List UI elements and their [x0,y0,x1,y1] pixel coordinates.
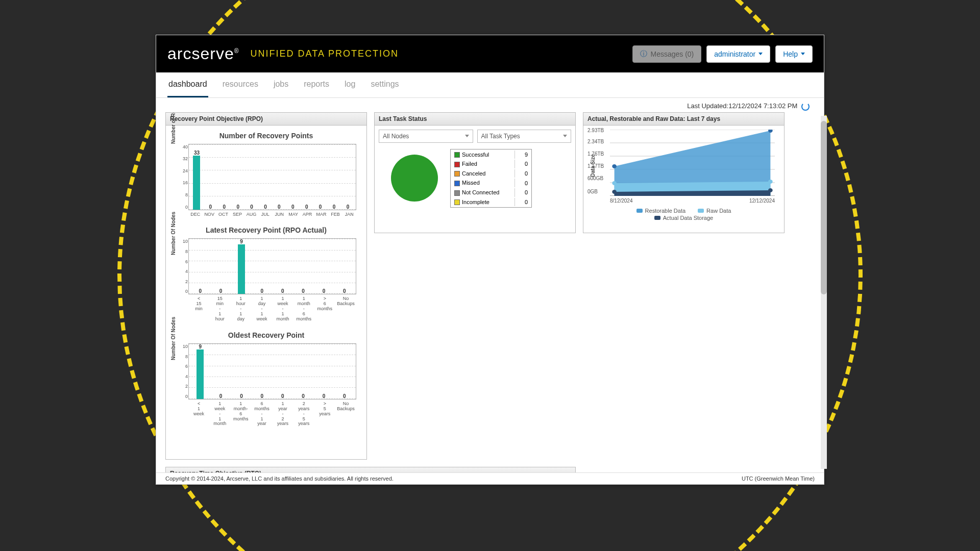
y-tick: 2.93TB [587,128,604,133]
task-status-pie[interactable] [391,155,438,202]
footer: Copyright © 2014-2024, Arcserve, LLC and… [156,472,824,484]
last-updated: Last Updated:12/12/2024 7:13:02 PM [156,98,824,112]
legend-row[interactable]: Failed0 [452,160,530,168]
chevron-down-icon [563,135,567,137]
y-tick: 1.17TB [587,163,604,169]
area-legend: Actual Data Storage [587,215,780,221]
x-tick: 8/12/2024 [610,198,633,204]
legend-row[interactable]: Canceled0 [452,169,530,178]
legend-swatch-icon [698,209,704,213]
y-axis-label: Number Of Nodes [170,317,176,360]
task-types-select[interactable]: All Task Types [477,130,572,143]
panel-rpo: Recovery Point Objective (RPO) Number of… [165,112,367,460]
nav-tabs: dashboardresourcesjobsreportslogsettings [156,72,824,98]
legend-row[interactable]: Successful9 [452,151,530,159]
y-tick: 0GB [587,189,598,194]
svg-point-12 [768,180,773,184]
legend-row[interactable]: Not Connected0 [452,188,530,197]
scrollbar[interactable] [821,116,827,469]
timezone: UTC (Greenwich Mean Time) [742,475,815,482]
refresh-icon[interactable] [801,103,810,111]
svg-point-13 [612,190,617,194]
area-legend: Restorable Data Raw Data [587,208,780,214]
legend-swatch-icon [654,216,660,220]
user-menu-button[interactable]: administrator [706,45,770,63]
chevron-down-icon [758,53,763,55]
legend-row[interactable]: Incomplete0 [452,198,530,207]
app-subtitle: UNIFIED DATA PROTECTION [251,48,399,59]
legend-row[interactable]: Missed0 [452,179,530,187]
legend-swatch-icon [636,209,643,213]
header: arcserve® UNIFIED DATA PROTECTION ⓘMessa… [156,35,824,72]
help-button[interactable]: Help [775,45,813,63]
chart-title: Latest Recovery Point (RPO Actual) [170,226,362,234]
svg-point-14 [768,188,773,192]
y-axis-label: Number Of Nodes [170,212,176,255]
y-axis-label: Number of Recovery Points [170,112,176,144]
data-area-chart[interactable]: Data Size 2.93TB 2.34TB 1.76TB 1.17TB 60… [610,130,775,196]
x-tick: 12/12/2024 [749,198,775,204]
logo: arcserve® [167,44,239,63]
nav-jobs[interactable]: jobs [273,72,289,97]
nav-log[interactable]: log [344,72,356,97]
y-tick: 1.76TB [587,151,604,157]
info-icon: ⓘ [640,49,647,59]
nav-resources[interactable]: resources [222,72,259,97]
chevron-down-icon [801,53,805,55]
y-tick: 600GB [587,176,603,181]
chart-title: Oldest Recovery Point [170,331,362,339]
copyright: Copyright © 2014-2024, Arcserve, LLC and… [165,475,394,482]
app-window: arcserve® UNIFIED DATA PROTECTION ⓘMessa… [156,35,824,485]
messages-button[interactable]: ⓘMessages (0) [632,45,701,63]
panel-rto: Recovery Time Objective (RTO) 1 of 9 (11… [165,467,576,472]
nav-reports[interactable]: reports [303,72,330,97]
nav-dashboard[interactable]: dashboard [167,72,208,97]
nodes-select[interactable]: All Nodes [379,130,473,143]
chevron-down-icon [465,135,469,137]
nav-settings[interactable]: settings [370,72,400,97]
bar-chart[interactable]: 108642090000000 [188,343,356,399]
svg-point-11 [612,181,617,185]
y-tick: 2.34TB [587,139,604,144]
chart-title: Number of Recovery Points [170,132,362,140]
panel-last-task-status: Last Task Status All Nodes All Task Type… [374,112,576,233]
panel-title: Recovery Time Objective (RTO) [166,467,575,472]
panel-data-7days: Actual, Restorable and Raw Data: Last 7 … [583,112,785,233]
panel-title: Last Task Status [375,113,575,126]
panel-title: Recovery Point Objective (RPO) [166,113,366,126]
task-status-legend: Successful9Failed0Canceled0Missed0Not Co… [450,149,532,208]
panel-title: Actual, Restorable and Raw Data: Last 7 … [583,113,784,126]
bar-chart[interactable]: 40322416803300000000000 [188,144,356,210]
svg-point-9 [612,164,617,168]
bar-chart[interactable]: 108642000900000 [188,238,356,294]
